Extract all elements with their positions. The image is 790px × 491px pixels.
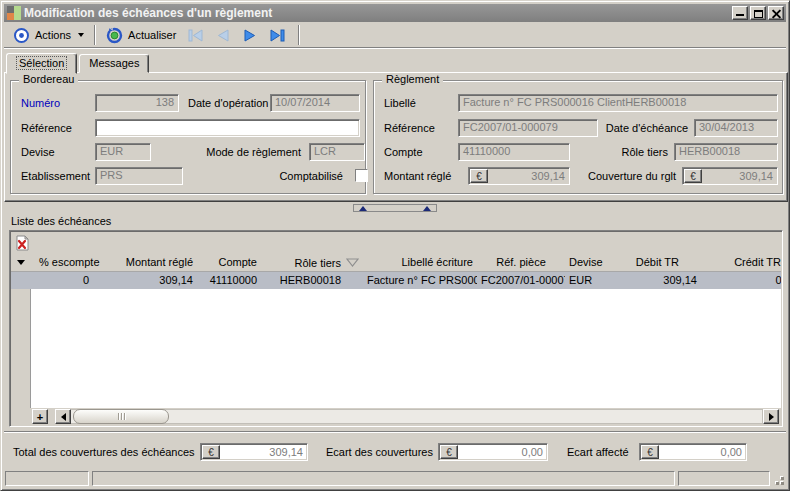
nav-next-button[interactable] xyxy=(241,27,259,43)
mode-reglement-field: LCR xyxy=(309,143,365,161)
nav-last-button[interactable] xyxy=(268,27,286,43)
tab-selection[interactable]: Sélection xyxy=(6,53,77,74)
ecart-couvertures-field: € 0,00 xyxy=(438,443,548,461)
montant-regle-label: Montant réglé xyxy=(384,170,451,182)
delete-row-icon xyxy=(16,235,29,251)
column-header-devise[interactable]: Devise xyxy=(565,254,621,271)
cell-debit-tr: 309,14 xyxy=(621,272,701,289)
ecart-couvertures-value: 0,00 xyxy=(458,446,546,458)
arrow-right-icon xyxy=(769,413,774,421)
actions-button[interactable]: Actions xyxy=(8,23,89,47)
cell-compte: 41110000 xyxy=(197,272,261,289)
currency-button[interactable]: € xyxy=(470,169,488,183)
column-header-montant-regle[interactable]: Montant réglé xyxy=(105,254,197,271)
reference-input[interactable] xyxy=(95,119,360,137)
couverture-value: 309,14 xyxy=(702,170,776,182)
refresh-label: Actualiser xyxy=(128,29,176,41)
currency-button[interactable]: € xyxy=(440,445,458,459)
minimize-button[interactable] xyxy=(732,6,748,20)
date-operation-label: Date d'opération xyxy=(188,97,268,109)
currency-button[interactable]: € xyxy=(641,445,659,459)
nav-previous-icon xyxy=(216,29,230,42)
nav-first-icon xyxy=(188,29,204,42)
role-tiers-label: Rôle tiers xyxy=(606,146,668,158)
add-row-button[interactable]: + xyxy=(32,409,48,424)
couverture-field: € 309,14 xyxy=(682,167,778,185)
collapse-up-icon xyxy=(359,206,367,211)
nav-previous-button[interactable] xyxy=(214,27,232,43)
splitter-collapse-button[interactable] xyxy=(353,204,437,212)
column-header-compte[interactable]: Compte xyxy=(197,254,261,271)
ecart-affecte-value: 0,00 xyxy=(659,446,745,458)
libelle-label: Libellé xyxy=(384,97,416,109)
refresh-button[interactable]: Actualiser xyxy=(101,23,181,47)
row-menu-button[interactable] xyxy=(11,254,31,271)
reglement-reference-field: FC2007/01-000079 xyxy=(458,119,598,137)
role-tiers-field: HERB00018 xyxy=(674,143,778,161)
compte-label: Compte xyxy=(384,146,423,158)
numero-field: 138 xyxy=(95,94,179,112)
numero-label: Numéro xyxy=(21,97,60,109)
echeances-list-container: % escompte Montant réglé Compte Rôle tie… xyxy=(9,230,783,427)
collapse-up-icon xyxy=(423,206,431,211)
tab-messages-label: Messages xyxy=(89,57,139,69)
tab-selection-label: Sélection xyxy=(16,56,67,70)
echeances-grid: % escompte Montant réglé Compte Rôle tie… xyxy=(11,254,781,408)
cell-montant-regle: 309,14 xyxy=(105,272,197,289)
montant-regle-value: 309,14 xyxy=(488,170,568,182)
maximize-button[interactable] xyxy=(750,6,766,20)
couverture-label: Couverture du rglt xyxy=(580,170,676,182)
ecart-affecte-label: Ecart affecté xyxy=(567,446,629,458)
column-header-escompte[interactable]: % escompte xyxy=(31,254,105,271)
tab-strip: Sélection Messages xyxy=(6,53,151,73)
comptabilise-checkbox[interactable] xyxy=(355,169,368,182)
tab-messages[interactable]: Messages xyxy=(79,54,149,73)
scroll-left-button[interactable] xyxy=(55,409,71,424)
title-bar[interactable]: Modification des échéances d'un règlemen… xyxy=(4,4,786,22)
date-operation-field: 10/07/2014 xyxy=(270,94,360,112)
record-navigation xyxy=(187,27,286,43)
status-bar xyxy=(4,469,786,487)
date-echeance-field: 30/04/2013 xyxy=(694,119,778,137)
reference-label: Référence xyxy=(21,122,72,134)
app-icon xyxy=(7,6,21,20)
bordereau-group: Bordereau Numéro 138 Date d'opération 10… xyxy=(10,80,366,194)
currency-button[interactable]: € xyxy=(684,169,702,183)
column-header-debit-tr[interactable]: Débit TR xyxy=(621,254,701,271)
mode-reglement-label: Mode de règlement xyxy=(191,146,301,158)
splitter-bar[interactable] xyxy=(4,203,786,213)
toolbar-separator xyxy=(298,25,300,45)
compte-field: 41110000 xyxy=(458,143,570,161)
cell-devise: EUR xyxy=(565,272,621,289)
column-header-role-tiers[interactable]: Rôle tiers xyxy=(261,254,363,271)
scroll-right-button[interactable] xyxy=(763,409,779,424)
ecart-affecte-field: € 0,00 xyxy=(639,443,747,461)
chevron-down-icon xyxy=(78,33,84,37)
total-couvertures-field: € 309,14 xyxy=(200,443,308,461)
dialog-window: Modification des échéances d'un règlemen… xyxy=(0,0,790,491)
arrow-left-icon xyxy=(61,413,66,421)
cell-credit-tr: 0,00 xyxy=(701,272,781,289)
nav-last-icon xyxy=(269,29,285,42)
close-button[interactable] xyxy=(768,6,784,20)
table-row[interactable]: 0 309,14 41110000 HERB00018 Facture n° F… xyxy=(11,272,781,289)
nav-next-icon xyxy=(243,29,257,42)
filter-icon[interactable] xyxy=(346,258,359,267)
totals-bar: Total des couvertures des échéances € 30… xyxy=(4,431,786,469)
bordereau-legend: Bordereau xyxy=(19,73,78,85)
reglement-group: Règlement Libellé Facture n° FC PRS00001… xyxy=(373,80,783,194)
column-header-ref-piece[interactable]: Réf. pièce xyxy=(477,254,565,271)
nav-first-button[interactable] xyxy=(187,27,205,43)
refresh-icon xyxy=(106,27,123,44)
scrollbar-thumb[interactable] xyxy=(73,409,169,424)
status-panel xyxy=(5,471,89,486)
status-panel xyxy=(678,471,770,486)
resize-grip[interactable] xyxy=(773,471,785,486)
delete-row-button[interactable] xyxy=(14,234,31,253)
devise-field: EUR xyxy=(95,143,151,161)
cell-role-tiers: HERB00018 xyxy=(261,272,363,289)
column-header-libelle-ecriture[interactable]: Libellé écriture xyxy=(363,254,477,271)
column-header-credit-tr[interactable]: Crédit TR xyxy=(701,254,781,271)
comptabilise-label: Comptabilisé xyxy=(261,170,343,182)
currency-button[interactable]: € xyxy=(202,445,220,459)
